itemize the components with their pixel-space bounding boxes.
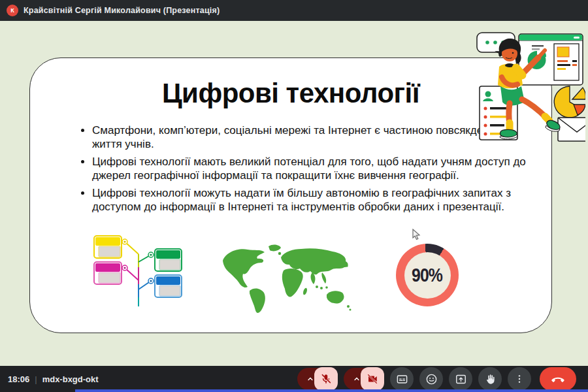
captions-button[interactable] xyxy=(390,367,414,391)
browser-window-icon xyxy=(519,34,583,85)
slide-bullet-list: Смартфони, комп’ютери, соціальні мережі … xyxy=(92,123,527,214)
donut-center: 90% xyxy=(404,252,451,299)
shared-screen-stage: Цифрові технології Смартфони, комп’ютери… xyxy=(0,21,588,366)
person-charts-illustration xyxy=(472,26,585,142)
mic-control-group xyxy=(297,367,338,391)
percent-donut-chart: 90% xyxy=(396,244,459,306)
presenter-name-label: Крайсвітній Сергій Миколайович (Презента… xyxy=(24,6,220,15)
chevron-up-icon xyxy=(306,374,315,384)
raise-hand-button[interactable] xyxy=(478,367,502,391)
reactions-button[interactable] xyxy=(419,367,443,391)
captions-icon xyxy=(396,373,408,385)
call-controls xyxy=(297,367,580,391)
mouse-cursor xyxy=(412,229,421,240)
meet-control-bar: 18:06 | mdx-bxgd-okt xyxy=(0,366,588,392)
hand-icon xyxy=(484,373,497,385)
smiley-icon xyxy=(425,373,438,385)
chevron-up-icon xyxy=(352,374,361,384)
mic-off-icon xyxy=(320,373,332,385)
clock-time: 18:06 xyxy=(8,374,29,384)
taskbar-edge-strip xyxy=(75,389,588,392)
meeting-info: 18:06 | mdx-bxgd-okt xyxy=(8,374,99,384)
flowchart-diagram xyxy=(88,233,208,313)
present-screen-button[interactable] xyxy=(449,367,472,391)
end-call-button[interactable] xyxy=(540,367,576,391)
slide-bullet: Цифрові технології можуть надати їм біль… xyxy=(92,186,527,214)
slide-bullet: Смартфони, комп’ютери, соціальні мережі … xyxy=(92,123,527,152)
presenter-avatar: К xyxy=(7,5,18,16)
slide-bullet: Цифрові технології мають великий потенці… xyxy=(92,155,527,183)
camera-control-group xyxy=(344,367,384,391)
meeting-code: mdx-bxgd-okt xyxy=(42,374,99,384)
donut-percent-label: 90% xyxy=(412,264,443,286)
present-icon xyxy=(455,373,467,385)
separator: | xyxy=(35,374,37,384)
world-map xyxy=(218,241,357,316)
pie-chart-icon xyxy=(554,86,585,118)
camera-off-button[interactable] xyxy=(361,367,384,391)
mic-off-button[interactable] xyxy=(314,367,338,391)
more-options-button[interactable] xyxy=(508,367,531,391)
three-dots-icon xyxy=(514,374,525,384)
camera-off-icon xyxy=(367,373,378,385)
phone-down-icon xyxy=(551,372,565,386)
envelope-icon xyxy=(558,118,585,141)
presenter-title-bar: К Крайсвітній Сергій Миколайович (Презен… xyxy=(0,0,588,21)
